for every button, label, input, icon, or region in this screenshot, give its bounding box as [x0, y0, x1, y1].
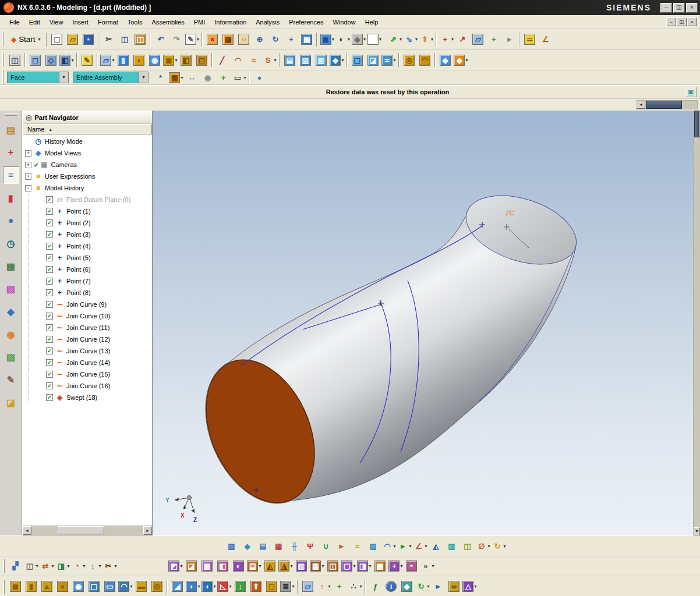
emboss-icon[interactable]: ◠▾ [118, 579, 133, 595]
part-navigator-hscrollbar[interactable]: ◄ ► [23, 526, 152, 535]
select-endpoint-icon[interactable]: ↔ [184, 69, 200, 86]
graphics-window[interactable]: ZC Y X Z [153, 111, 693, 535]
cut-icon[interactable]: ✂ [101, 31, 116, 48]
tree-item[interactable]: +■User Expressions [23, 171, 152, 182]
rendering-style-icon[interactable]: ◐▾ [335, 31, 351, 48]
graphics-vscrollbar[interactable]: ▼ [693, 111, 700, 535]
checkbox-checked-icon[interactable]: ✔ [46, 394, 53, 401]
patch-body-icon[interactable]: ▥ [294, 558, 309, 574]
window-layout-icon[interactable]: ◫ [7, 52, 23, 68]
menu-window[interactable]: Window [328, 16, 360, 28]
wrap-geometry-icon[interactable]: ◐ [231, 558, 246, 574]
pad-icon[interactable]: ▭ [102, 579, 118, 595]
sphere-icon[interactable]: ● [55, 579, 70, 595]
expander-icon[interactable]: + [25, 150, 31, 157]
toolbar-grip[interactable] [2, 53, 4, 67]
graphics-hscrollbar[interactable]: ◄ [636, 100, 698, 109]
selection-scope-dropdown-button[interactable]: ▾ [139, 72, 148, 83]
command-finder-icon[interactable]: ✎▾ [184, 31, 200, 48]
checkbox-checked-icon[interactable]: ✔ [46, 347, 53, 354]
tree-item[interactable]: ✔∼Join Curve (11) [23, 322, 152, 334]
quilt-icon[interactable]: ▤▾ [246, 558, 262, 574]
shell-body-icon[interactable]: ◻ [264, 579, 280, 595]
hole-icon[interactable]: ◉ [147, 52, 162, 68]
offset-face-icon[interactable]: ⇑ [248, 579, 264, 595]
trim-body-icon[interactable]: ◧ [178, 52, 194, 68]
flow-direction-icon[interactable]: ► [334, 538, 349, 554]
save-file-icon[interactable]: ▪ [80, 31, 96, 48]
tree-item[interactable]: ✔∼Join Curve (13) [23, 345, 152, 357]
menu-information[interactable]: Information [210, 16, 251, 28]
rotate-view-icon[interactable]: ↻ [267, 31, 283, 48]
checkbox-checked-icon[interactable]: ✔ [46, 382, 53, 389]
tree-item[interactable]: ✔◈Swept (18) [23, 392, 152, 403]
hscroll-thumb[interactable] [646, 101, 682, 109]
pocket-icon[interactable]: ▢ [86, 579, 102, 595]
shell-icon[interactable]: ◻ [194, 52, 210, 68]
new-file-icon[interactable]: ▢ [49, 31, 65, 48]
type-filter-combo[interactable]: Face ▾ [7, 72, 69, 83]
constraint-navigator-icon[interactable]: + [3, 144, 19, 161]
refresh-analysis-icon[interactable]: ↻▾ [491, 538, 507, 554]
window-background-icon[interactable]: ▾ [366, 31, 382, 48]
datum-axis-icon[interactable]: ↑▾ [316, 579, 331, 595]
checkbox-checked-icon[interactable]: ✔ [46, 324, 53, 331]
shaded-with-edges-icon[interactable]: ◼▾ [319, 31, 335, 48]
tree-item[interactable]: ✔∼Join Curve (14) [23, 357, 152, 368]
toolbar-grip[interactable] [3, 559, 5, 573]
curve-analysis-icon[interactable]: ◠▾ [381, 538, 397, 554]
part-navigator-icon[interactable]: ≡ [3, 166, 19, 184]
restore-button[interactable]: ◫ [673, 3, 685, 13]
hscroll-track[interactable] [682, 101, 697, 109]
move-face-icon[interactable]: ◫▾ [23, 558, 39, 574]
interpart-link-icon[interactable]: ∞ [446, 579, 462, 595]
menu-tools[interactable]: Tools [123, 16, 147, 28]
view-isometric-icon[interactable]: ◇ [43, 52, 59, 68]
checkbox-checked-icon[interactable]: ✔ [46, 208, 53, 215]
roles-icon[interactable]: ◆ [3, 303, 19, 320]
arc-icon[interactable]: ◠ [230, 52, 246, 68]
copy-icon[interactable]: ◫ [116, 31, 132, 48]
draft-analysis-icon[interactable]: ◭ [428, 538, 444, 554]
checkbox-checked-icon[interactable]: ✔ [46, 336, 53, 343]
face-blend-icon[interactable]: ◖▾ [201, 579, 217, 595]
checkbox-checked-icon[interactable]: ✔ [46, 313, 53, 320]
face-edges-analysis-icon[interactable]: ▨ [224, 538, 239, 554]
feature-group-icon[interactable]: ▢▾ [341, 558, 356, 574]
offset-surface-icon[interactable]: ▢ [349, 52, 365, 68]
toolbar-grip[interactable] [2, 33, 4, 47]
tree-item[interactable]: ✔▱Fixed Datum Plane (0) [23, 194, 152, 205]
tree-item[interactable]: ✔∼Join Curve (12) [23, 334, 152, 345]
fit-view-icon[interactable]: ▣ [299, 31, 314, 48]
comb-analysis-icon[interactable]: Ψ [302, 538, 318, 554]
slot-icon[interactable]: ▬ [133, 579, 149, 595]
section-analysis-icon[interactable]: ▤ [255, 538, 271, 554]
orient-view-icon[interactable]: ⇗▾ [387, 31, 402, 48]
toolbar-grip[interactable] [3, 580, 5, 594]
toolbar-grip[interactable] [2, 70, 4, 84]
unite-icon[interactable]: ◼▾ [162, 52, 178, 68]
update-model-icon[interactable]: ↻▾ [415, 579, 430, 595]
groove-icon[interactable]: ◎ [149, 579, 165, 595]
maximize-graphics-button[interactable]: ▣ [685, 87, 697, 97]
view-front-icon[interactable]: ◻ [27, 52, 43, 68]
replace-face-icon[interactable]: ◨▾ [55, 558, 70, 574]
tree-item[interactable]: -■Model History [23, 182, 152, 194]
checkbox-checked-icon[interactable]: ✔ [46, 219, 53, 226]
cone-icon[interactable]: ▲ [39, 579, 55, 595]
scale-body-icon[interactable]: ↕ [232, 579, 248, 595]
curvature-comb-icon[interactable]: ∪ [318, 538, 334, 554]
highlight-lines-icon[interactable]: ≈ [349, 538, 365, 554]
extrude-icon[interactable]: ▮ [115, 52, 131, 68]
hd3d-tools-icon[interactable]: ● [3, 212, 19, 229]
checkbox-checked-icon[interactable]: ✔ [46, 254, 53, 261]
snap-point-settings-icon[interactable]: * [153, 69, 168, 86]
tree-hscroll-thumb[interactable] [58, 526, 104, 534]
object-information-icon[interactable]: i [383, 579, 399, 595]
expander-icon[interactable]: - [25, 185, 31, 191]
instance-geometry-icon[interactable]: ▩ [372, 558, 388, 574]
selection-color-icon[interactable]: ▦▾ [168, 69, 184, 86]
system-materials-icon[interactable]: ▦ [3, 257, 19, 275]
extract-geometry-icon[interactable]: ◩▾ [168, 558, 183, 574]
tree-item[interactable]: ✔∼Join Curve (15) [23, 368, 152, 380]
